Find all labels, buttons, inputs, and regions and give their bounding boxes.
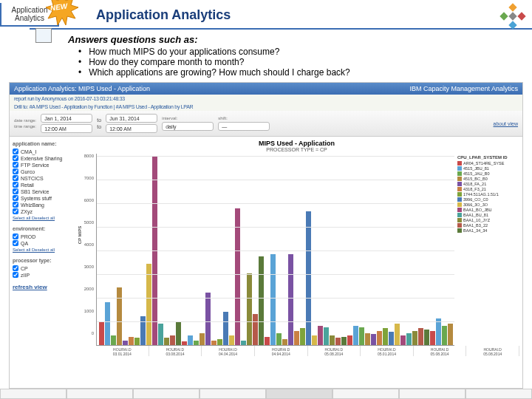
time-to-field[interactable]: 12:00 AM [106, 124, 157, 133]
checkbox-label: zIIP [21, 273, 30, 278]
checkbox-item[interactable]: zIIP [13, 272, 71, 278]
svg-rect-3 [499, 12, 508, 20]
chart-plot [96, 154, 454, 346]
legend-item: BAA1_B3_22 [457, 223, 518, 228]
legend-label: BAA1_34_34 [463, 228, 487, 233]
checkbox-item[interactable]: CMA_I [13, 149, 71, 154]
legend-item: BAA1_10_JYZ [457, 218, 518, 222]
chart-area: MIPS Used - Application PROCESSOR TYPE =… [74, 137, 522, 388]
checkbox[interactable] [13, 208, 18, 214]
checkbox-label: WhizBang [21, 202, 44, 208]
nav-thumb[interactable] [200, 389, 266, 399]
checkbox[interactable] [13, 188, 18, 194]
select-deselect-link[interactable]: Select all Deselect all [13, 216, 71, 220]
drill-breadcrumb[interactable]: Drill to: #A MIPS Used - Application by … [10, 103, 522, 111]
bar [105, 302, 110, 345]
legend-swatch [457, 187, 462, 191]
x-axis: HOURAI.D03.01.2014HOURAI.D03.08.2014HOUR… [96, 346, 519, 356]
legend-swatch [457, 182, 462, 186]
bar [188, 335, 193, 345]
checkbox[interactable] [13, 233, 18, 239]
legend-label: AR04_ST14RE_SYSE [463, 161, 504, 166]
legend-swatch [457, 213, 462, 217]
legend-swatch [457, 223, 462, 228]
checkbox-item[interactable]: Systems stuff [13, 195, 71, 201]
checkbox-item[interactable]: Gurco [13, 168, 71, 174]
x-tick: HOURAI.D04.94.2014 [255, 346, 308, 356]
select-deselect-link[interactable]: Select all Deselect all [13, 248, 71, 252]
bar [300, 328, 305, 345]
x-tick: HOURAI.D05.01.2014 [361, 346, 414, 356]
checkbox-item[interactable]: WhizBang [13, 202, 71, 208]
checkbox[interactable] [13, 272, 18, 278]
checkbox[interactable] [13, 202, 18, 208]
bar [424, 330, 429, 345]
legend-label: BAA1_B3_22 [463, 223, 488, 228]
interval-label: interval: [162, 116, 214, 120]
chart-subtitle: PROCESSOR TYPE = CP [74, 147, 519, 152]
bar [341, 337, 347, 345]
bar [194, 341, 199, 345]
brand-logo [499, 3, 526, 30]
to-label: to [97, 117, 101, 123]
checkbox[interactable] [13, 195, 18, 201]
checkbox[interactable] [13, 240, 18, 246]
checkbox-label: QA [21, 241, 28, 246]
date-range-label: date range: [14, 118, 36, 123]
bar [383, 328, 388, 345]
legend-label: 4318_F3_21 [463, 187, 486, 191]
checkbox[interactable] [13, 265, 18, 271]
new-badge: NEW [46, 0, 78, 27]
nav-thumb[interactable] [266, 389, 332, 399]
nav-thumb[interactable] [399, 389, 466, 399]
checkbox[interactable] [13, 175, 18, 181]
x-tick: HOURAI.D05.08.2014 [414, 346, 467, 356]
date-to-field[interactable]: Jun 31, 2014 [106, 114, 157, 123]
checkbox-item[interactable]: SB1 Service [13, 188, 71, 194]
bar [365, 333, 370, 345]
checkbox-item[interactable]: QA [13, 240, 71, 246]
nav-thumb[interactable] [466, 389, 532, 399]
bar [164, 338, 169, 345]
checkbox[interactable] [13, 162, 18, 168]
bar [324, 327, 329, 345]
checkbox-item[interactable]: CP [13, 265, 71, 271]
checkbox-item[interactable]: ZXyz [13, 208, 71, 214]
about-view-link[interactable]: about view [494, 121, 518, 126]
svg-rect-2 [508, 21, 516, 29]
page-title: Application Analytics [96, 7, 231, 23]
bar [442, 326, 447, 345]
bar [270, 254, 276, 345]
checkbox[interactable] [13, 155, 18, 161]
interval-field[interactable]: daily [162, 122, 214, 131]
checkbox[interactable] [13, 149, 18, 154]
bar [265, 337, 270, 345]
legend-item: 4318_F3_21 [457, 187, 518, 191]
bar [253, 314, 258, 345]
checkbox[interactable] [13, 182, 18, 188]
checkbox-item[interactable]: FTP Service [13, 162, 71, 168]
date-from-field[interactable]: Jan 1, 2014 [41, 114, 92, 123]
time-from-field[interactable]: 12:00 AM [41, 124, 92, 133]
nav-thumb[interactable] [332, 389, 399, 399]
nav-thumb[interactable] [66, 389, 133, 399]
checkbox-item[interactable]: Retail [13, 182, 71, 188]
bar [111, 335, 116, 345]
shift-field[interactable]: — [218, 122, 270, 131]
to-label: to [97, 124, 101, 129]
checkbox-item[interactable]: Extensive Sharing [13, 155, 71, 161]
bar [406, 333, 412, 345]
checkbox-item[interactable]: NSTCICS [13, 175, 71, 181]
bar [412, 331, 417, 345]
bar [371, 334, 376, 345]
legend-title: CPU_LPAR_SYSTEM ID [457, 155, 518, 160]
nav-thumb[interactable] [133, 389, 200, 399]
bar [99, 321, 104, 345]
bar [436, 318, 441, 345]
legend-swatch [457, 166, 462, 171]
legend-label: BAA1_10_JYZ [463, 218, 490, 222]
checkbox[interactable] [13, 168, 18, 174]
refresh-view-link[interactable]: refresh view [13, 284, 71, 290]
checkbox-item[interactable]: PROD [13, 233, 71, 239]
nav-thumb[interactable] [0, 389, 66, 399]
